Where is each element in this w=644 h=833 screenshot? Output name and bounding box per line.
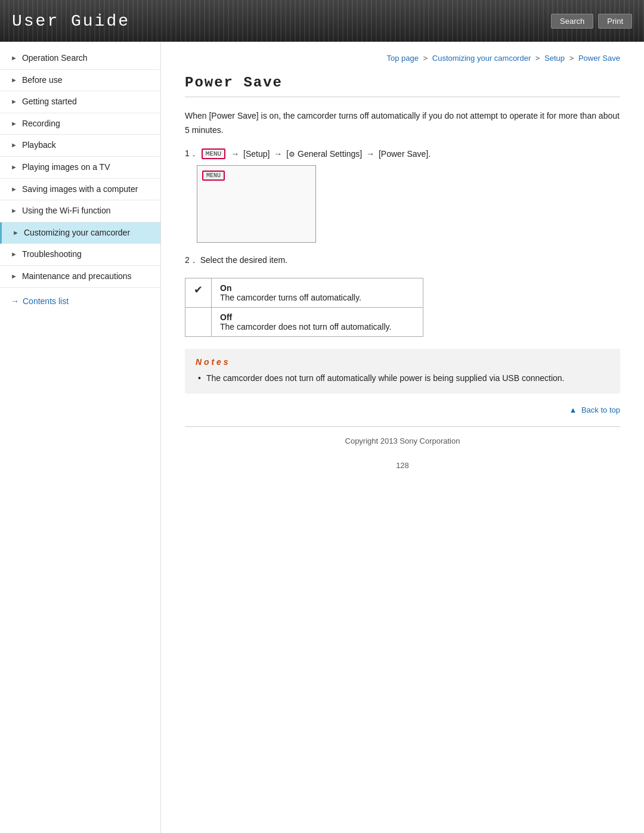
breadcrumb: Top page > Customizing your camcorder > … [185,54,620,63]
sidebar-item-operation-search[interactable]: ► Operation Search [0,48,160,70]
options-table: ✔ On The camcorder turns off automatical… [185,278,423,337]
intro-text: When [Power Save] is on, the camcorder t… [185,109,620,138]
table-row[interactable]: ✔ On The camcorder turns off automatical… [185,278,423,308]
breadcrumb-setup[interactable]: Setup [544,54,565,63]
sidebar-arrow-icon: ► [13,228,19,237]
header-title: User Guide [12,12,130,30]
sidebar-item-before-use[interactable]: ► Before use [0,70,160,92]
header: User Guide Search Print [0,0,644,42]
sidebar-item-customizing-camcorder[interactable]: ► Customizing your camcorder [0,222,160,244]
option-description: The camcorder turns off automatically. [220,293,361,302]
sidebar-arrow-icon: ► [11,119,17,128]
table-row[interactable]: Off The camcorder does not turn off auto… [185,308,423,337]
footer: Copyright 2013 Sony Corporation [185,426,620,455]
sidebar-item-playing-images-tv[interactable]: ► Playing images on a TV [0,157,160,179]
sidebar-arrow-icon: ► [11,185,17,194]
sidebar-item-label: Using the Wi-Fi function [22,205,152,217]
contents-arrow-icon: → [11,296,19,306]
back-to-top-arrow-icon: ▲ [569,405,577,414]
sidebar-item-saving-images-computer[interactable]: ► Saving images with a computer [0,179,160,201]
sidebar-arrow-icon: ► [11,141,17,150]
sidebar-item-troubleshooting[interactable]: ► Troubleshooting [0,244,160,266]
step2-text: 2． Select the desired item. [185,253,620,268]
sidebar-item-maintenance-precautions[interactable]: ► Maintenance and precautions [0,266,160,288]
back-to-top-label: Back to top [581,405,620,414]
contents-link[interactable]: → Contents list [0,288,160,311]
sidebar-item-label: Customizing your camcorder [24,227,152,239]
sidebar-item-label: Maintenance and precautions [22,271,152,283]
sidebar-arrow-icon: ► [11,206,17,215]
sidebar-item-label: Getting started [22,96,152,108]
sidebar-item-label: Recording [22,118,152,130]
sidebar-item-playback[interactable]: ► Playback [0,135,160,157]
sidebar-item-label: Playback [22,140,152,151]
option-description: The camcorder does not turn off automati… [220,322,391,332]
breadcrumb-power-save[interactable]: Power Save [578,54,620,63]
header-buttons: Search Print [551,14,632,29]
sidebar-item-label: Operation Search [22,52,152,64]
sidebar-item-label: Before use [22,75,152,86]
option-check: ✔ [185,278,212,308]
notes-box: N o t e s The camcorder does not turn of… [185,349,620,393]
breadcrumb-customizing[interactable]: Customizing your camcorder [432,54,531,63]
sidebar-item-recording[interactable]: ► Recording [0,113,160,135]
option-label: Off [220,312,232,322]
option-content: On The camcorder turns off automatically… [212,278,423,308]
breadcrumb-top[interactable]: Top page [386,54,419,63]
sidebar-arrow-icon: ► [11,54,17,63]
search-button[interactable]: Search [551,14,593,29]
notes-title: N o t e s [196,357,609,367]
screenshot-menu-btn: MENU [202,171,225,181]
sidebar-item-label: Troubleshooting [22,249,152,261]
page-title: Power Save [185,75,620,97]
note-item: The camcorder does not turn off automati… [196,371,609,385]
sidebar-arrow-icon: ► [11,97,17,106]
sidebar-item-getting-started[interactable]: ► Getting started [0,91,160,113]
step1-number: 1． [185,148,198,159]
screenshot-box: MENU [197,165,316,243]
option-label: On [220,283,231,293]
step-1: 1． MENU → [Setup] → [⚙ General Settings]… [185,148,620,243]
menu-button-image: MENU [202,148,225,159]
sidebar-arrow-icon: ► [11,250,17,259]
page-layout: ► Operation Search► Before use► Getting … [0,42,644,833]
sidebar-item-using-wifi[interactable]: ► Using the Wi-Fi function [0,200,160,222]
main-content: Top page > Customizing your camcorder > … [161,42,644,833]
page-number: 128 [185,455,620,476]
sidebar: ► Operation Search► Before use► Getting … [0,42,161,833]
sidebar-item-label: Playing images on a TV [22,162,152,174]
sidebar-item-label: Saving images with a computer [22,184,152,196]
sidebar-arrow-icon: ► [11,76,17,85]
step1-path: → [Setup] → [⚙ General Settings] → [Powe… [229,149,431,159]
option-content: Off The camcorder does not turn off auto… [212,308,423,337]
sidebar-arrow-icon: ► [11,272,17,281]
sidebar-arrow-icon: ► [11,163,17,172]
copyright-text: Copyright 2013 Sony Corporation [345,436,460,445]
contents-link-label: Contents list [23,296,69,306]
step1-line: 1． MENU → [Setup] → [⚙ General Settings]… [185,148,620,159]
option-check [185,308,212,337]
step-2: 2． Select the desired item. ✔ On The cam… [185,253,620,337]
print-button[interactable]: Print [598,14,632,29]
back-to-top[interactable]: ▲ Back to top [185,405,620,414]
